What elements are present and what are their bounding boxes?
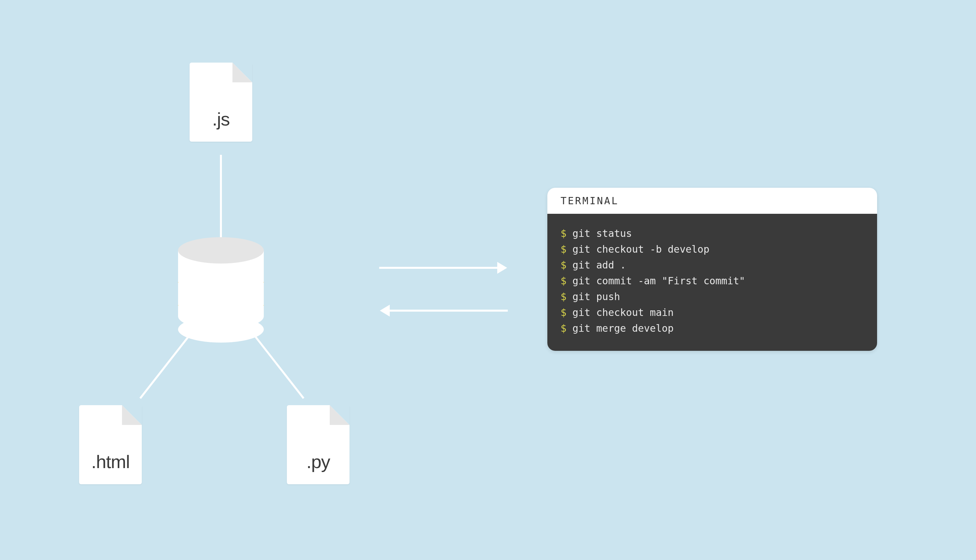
terminal-body: $git status$git checkout -b develop$git … <box>547 214 877 351</box>
terminal-command: git commit -am "First commit" <box>572 273 745 289</box>
file-py-label: .py <box>306 451 330 472</box>
connector-bottom-left <box>139 335 190 399</box>
terminal-prompt: $ <box>560 305 567 320</box>
terminal-line: $git checkout -b develop <box>560 242 864 257</box>
diagram-canvas: .js .html .py TERMINAL $git status$git c… <box>0 0 976 560</box>
file-js-icon: .js <box>190 63 252 142</box>
arrow-left-icon <box>389 310 508 312</box>
file-html-icon: .html <box>79 405 142 484</box>
terminal-prompt: $ <box>560 226 567 242</box>
terminal-command: git push <box>572 289 620 305</box>
terminal-title: TERMINAL <box>547 188 877 214</box>
terminal-command: git merge develop <box>572 320 674 336</box>
terminal-command: git status <box>572 226 632 242</box>
file-html-label: .html <box>91 451 130 472</box>
terminal-line: $git checkout main <box>560 305 864 320</box>
terminal-prompt: $ <box>560 273 567 289</box>
file-py-icon: .py <box>287 405 349 484</box>
terminal-line: $git push <box>560 289 864 305</box>
arrow-right-icon <box>379 267 498 269</box>
terminal-command: git add . <box>572 257 626 273</box>
terminal-prompt: $ <box>560 242 567 257</box>
terminal-line: $git status <box>560 226 864 242</box>
terminal-line: $git commit -am "First commit" <box>560 273 864 289</box>
terminal-command: git checkout main <box>572 305 674 320</box>
file-js-label: .js <box>212 108 230 130</box>
terminal-prompt: $ <box>560 320 567 336</box>
terminal-prompt: $ <box>560 257 567 273</box>
connector-top <box>220 155 222 237</box>
terminal-command: git checkout -b develop <box>572 242 709 257</box>
terminal-line: $git merge develop <box>560 320 864 336</box>
connector-bottom-right <box>254 335 304 399</box>
database-icon <box>178 237 264 329</box>
terminal-window: TERMINAL $git status$git checkout -b dev… <box>547 188 877 351</box>
terminal-line: $git add . <box>560 257 864 273</box>
terminal-prompt: $ <box>560 289 567 305</box>
